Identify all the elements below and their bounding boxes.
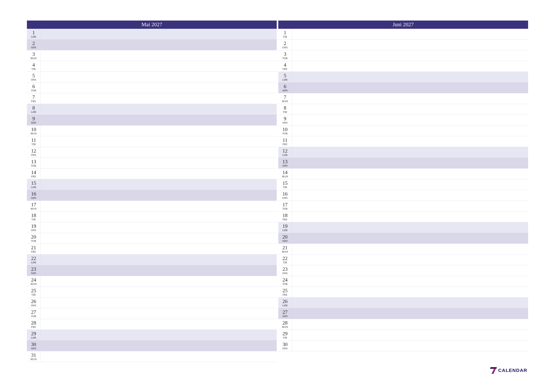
day-number: 24 (31, 277, 36, 282)
day-label: 6SØN (278, 83, 292, 93)
day-row: 29LØR (27, 330, 277, 341)
day-note-area (41, 244, 277, 254)
day-label: 14MAN (278, 169, 292, 179)
footer-logo: CALENDAR (490, 367, 527, 374)
day-label: 28MAN (278, 319, 292, 329)
day-row: 23ONS (278, 265, 528, 276)
day-number: 28 (31, 320, 36, 325)
day-number: 27 (31, 309, 36, 314)
day-weekday: TIR (283, 186, 287, 189)
day-number: 25 (283, 288, 288, 293)
day-note-area (292, 158, 528, 168)
day-weekday: TOR (31, 164, 36, 167)
day-note-area (292, 212, 528, 222)
day-row: 19ONS (27, 222, 277, 233)
day-note-area (292, 330, 528, 340)
day-row: 15TIR (278, 179, 528, 190)
day-note-area (292, 265, 528, 276)
day-label: 24TOR (278, 276, 292, 286)
day-number: 15 (283, 180, 288, 185)
day-number: 10 (31, 127, 36, 132)
seven-icon (490, 367, 497, 374)
day-label: 17TOR (278, 201, 292, 211)
day-number: 22 (283, 256, 288, 261)
day-number: 24 (283, 277, 288, 282)
day-weekday: MAN (30, 283, 37, 285)
day-weekday: SØN (31, 46, 37, 49)
day-label: 29TIR (278, 330, 292, 340)
day-label: 29LØR (27, 330, 41, 340)
day-number: 7 (32, 94, 35, 100)
day-row: 12LØR (278, 147, 528, 158)
day-number: 4 (32, 62, 35, 67)
day-label: 27SØN (278, 308, 292, 319)
day-number: 29 (31, 331, 36, 336)
day-number: 23 (31, 266, 36, 271)
day-row: 10MAN (27, 126, 277, 136)
day-weekday: SØN (282, 240, 288, 242)
day-weekday: FRE (283, 293, 287, 296)
day-number: 26 (283, 299, 288, 304)
day-row: 30ONS (278, 341, 528, 351)
day-row: 11FRE (278, 136, 528, 147)
day-label: 25FRE (278, 287, 292, 297)
day-number: 19 (31, 223, 36, 228)
day-note-area (292, 255, 528, 265)
day-row: 25FRE (278, 287, 528, 298)
day-row: 28MAN (278, 319, 528, 330)
day-row: 7FRE (27, 93, 277, 104)
day-row: 28FRE (27, 319, 277, 330)
day-number: 1 (32, 30, 35, 35)
day-note-area (41, 233, 277, 243)
day-note-area (292, 341, 528, 351)
day-label: 9SØN (27, 115, 41, 125)
day-label: 28FRE (27, 319, 41, 329)
day-weekday: FRE (31, 250, 36, 253)
day-row: 1TIR (278, 29, 528, 40)
day-label: 19ONS (27, 222, 41, 233)
day-label: 22LØR (27, 255, 41, 265)
day-number: 13 (31, 159, 36, 164)
day-note-area (292, 201, 528, 211)
day-weekday: FRE (31, 326, 36, 328)
day-note-area (41, 126, 277, 136)
day-note-area (41, 40, 277, 50)
day-note-area (292, 308, 528, 319)
day-label: 1TIR (278, 29, 292, 39)
month-header: Mai 2027 (27, 21, 277, 29)
day-weekday: LØR (31, 186, 37, 189)
day-label: 27TOR (27, 308, 41, 319)
day-label: 23ONS (278, 265, 292, 276)
day-label: 30SØN (27, 341, 41, 351)
day-row: 13TOR (27, 158, 277, 169)
day-weekday: TOR (31, 315, 36, 318)
day-row: 21FRE (27, 244, 277, 255)
day-label: 6TOR (27, 83, 41, 93)
day-label: 16SØN (27, 190, 41, 200)
day-weekday: TOR (31, 240, 36, 242)
day-number: 22 (31, 256, 36, 261)
day-note-area (292, 104, 528, 114)
day-label: 20SØN (278, 233, 292, 243)
planner-grid: Mai 2027 1LØR2SØN3MAN4TIR5ONS6TOR7FRE8LØ… (27, 21, 528, 362)
day-row: 22LØR (27, 255, 277, 265)
day-number: 12 (283, 148, 288, 153)
day-number: 8 (284, 105, 286, 110)
day-weekday: ONS (31, 78, 37, 81)
day-label: 18FRE (278, 212, 292, 222)
day-weekday: ONS (31, 154, 37, 157)
day-weekday: SØN (282, 89, 288, 92)
day-note-area (292, 29, 528, 39)
day-row: 2ONS (278, 40, 528, 50)
day-row: 13SØN (278, 158, 528, 169)
day-number: 23 (283, 266, 288, 271)
day-row: 26LØR (278, 298, 528, 308)
day-weekday: SØN (31, 347, 37, 350)
day-label: 5LØR (278, 72, 292, 82)
day-note-area (292, 147, 528, 157)
day-weekday: FRE (31, 100, 36, 103)
day-label: 3MAN (27, 50, 41, 61)
day-weekday: LØR (31, 336, 37, 339)
day-number: 11 (31, 137, 36, 143)
day-label: 16ONS (278, 190, 292, 200)
